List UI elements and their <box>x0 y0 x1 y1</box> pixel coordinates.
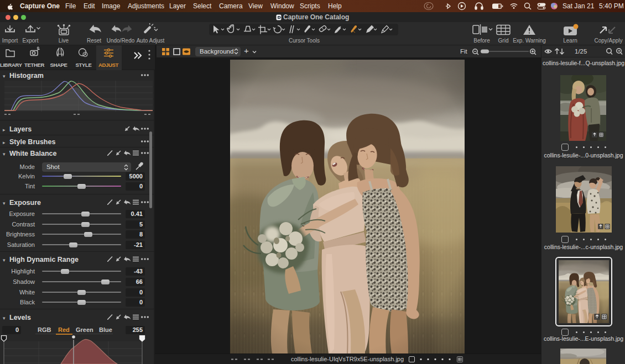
svg-text:1/25: 1/25 <box>575 48 587 55</box>
svg-text:Fit: Fit <box>460 48 468 55</box>
